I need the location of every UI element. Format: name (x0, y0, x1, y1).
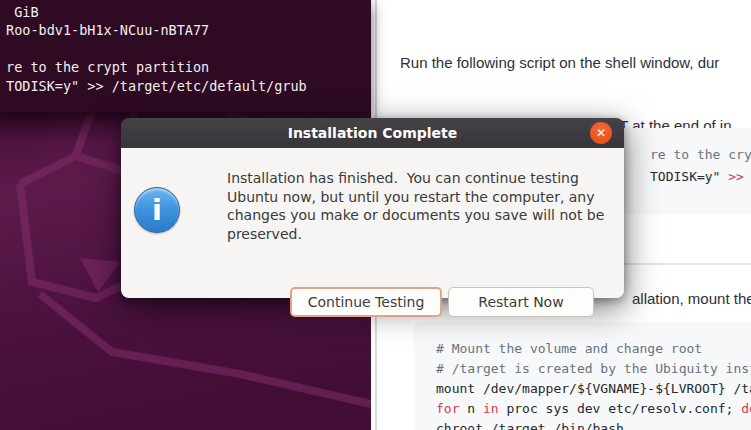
code-comment: re to the crypt pa (650, 145, 751, 165)
terminal-line: Roo-bdv1-bH1x-NCuu-nBTA77 (6, 21, 371, 39)
terminal-line: GiB (6, 3, 371, 21)
terminal-line: TODISK=y" >> /target/etc/default/grub (6, 77, 371, 95)
code-block-chroot: # Mount the volume and change root # /ta… (414, 322, 751, 430)
terminal-line (6, 40, 371, 58)
dialog-title: Installation Complete (121, 118, 624, 148)
code-comment: # /target is created by the Ubiquity ins… (436, 359, 751, 379)
code-line: chroot /target /bin/bash (436, 419, 751, 430)
dialog-body: i Installation has finished. You can con… (121, 148, 624, 298)
close-icon[interactable]: ✕ (590, 122, 612, 144)
dialog-titlebar[interactable]: Installation Complete ✕ (121, 118, 624, 148)
dialog-message: Installation has finished. You can conti… (227, 169, 604, 243)
continue-testing-button[interactable]: Continue Testing (290, 287, 442, 317)
restart-now-button[interactable]: Restart Now (448, 287, 594, 317)
code-line: for n in proc sys dev etc/resolv.conf; d… (436, 399, 751, 419)
screen: GiB Roo-bdv1-bH1x-NCuu-nBTA77 re to the … (0, 0, 751, 430)
paragraph-mount-target: allation, mount the ta (632, 287, 751, 310)
terminal-line: re to the crypt partition (6, 58, 371, 76)
terminal-window[interactable]: GiB Roo-bdv1-bH1x-NCuu-nBTA77 re to the … (0, 0, 371, 112)
code-line: mount /dev/mapper/${VGNAME}-${LVROOT} /t… (436, 379, 751, 399)
installation-complete-dialog: Installation Complete ✕ i Installation h… (121, 118, 624, 298)
code-line: TODISK=y" >> /target/etc (650, 167, 751, 187)
info-icon: i (134, 187, 180, 233)
code-comment: # Mount the volume and change root (436, 339, 751, 359)
